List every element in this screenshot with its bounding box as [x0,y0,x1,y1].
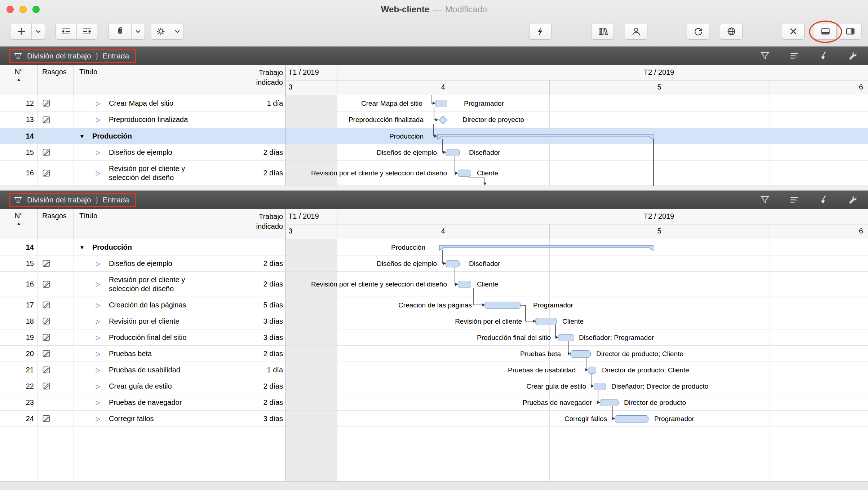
gantt-bar[interactable] [594,383,606,390]
actions-menu-button[interactable] [171,23,183,39]
horizontal-scrollbar-track[interactable] [0,481,868,490]
disclosure-collapsed-icon[interactable]: ▷ [96,302,109,309]
row-notes-cell[interactable] [37,128,74,144]
disclosure-expanded-icon[interactable]: ▼ [79,133,92,139]
disclosure-collapsed-icon[interactable]: ▷ [96,149,109,156]
disclosure-collapsed-icon[interactable]: ▷ [96,415,109,422]
disclosure-expanded-icon[interactable]: ▼ [79,244,92,250]
disclosure-collapsed-icon[interactable]: ▷ [96,116,109,123]
filter-button[interactable] [759,50,771,62]
task-row-16[interactable]: 16▷Revisión por el cliente y selección d… [0,272,868,297]
task-row-19[interactable]: 19▷Producción final del sitio3 díasProdu… [0,329,868,346]
row-title-cell[interactable]: ▷Corregir fallos [74,411,220,426]
row-title-cell[interactable]: ▷Pruebas de navegador [74,394,220,410]
column-header-rasgos[interactable]: Rasgos [37,65,74,95]
column-header-num[interactable]: N° ▲ [0,65,37,95]
gantt-bar[interactable] [615,415,648,423]
gantt-bar[interactable] [535,318,557,325]
inspector-wrench-button[interactable] [846,50,859,62]
pane-splitter[interactable] [0,186,868,191]
task-row-18[interactable]: 18▷Revisión por el cliente3 díasRevisión… [0,313,868,329]
gantt-summary-bar[interactable] [439,245,654,251]
filter-button[interactable] [759,194,771,206]
row-notes-cell[interactable] [37,313,74,329]
sync-button[interactable] [687,23,709,40]
disclosure-collapsed-icon[interactable]: ▷ [96,367,109,373]
attach-menu-button[interactable] [131,23,145,39]
task-row-16[interactable]: 16▷Revisión por el cliente y selección d… [0,161,868,186]
gantt-bar[interactable] [458,281,471,288]
gantt-milestone-diamond[interactable] [439,115,447,124]
resources-button[interactable] [625,23,647,40]
add-task-button[interactable] [11,23,31,39]
disclosure-collapsed-icon[interactable]: ▷ [96,399,109,406]
disclosure-collapsed-icon[interactable]: ▷ [96,383,109,390]
row-notes-cell[interactable] [37,362,74,378]
row-notes-cell[interactable] [37,239,74,255]
gantt-bar[interactable] [570,350,591,358]
row-title-cell[interactable]: ▷Revisión por el cliente [74,313,220,329]
disclosure-collapsed-icon[interactable]: ▷ [96,350,109,357]
gantt-bar[interactable] [446,149,460,156]
library-button[interactable] [591,23,614,40]
row-notes-cell[interactable] [37,95,74,111]
row-notes-cell[interactable] [37,111,74,128]
gantt-bar[interactable] [435,100,447,107]
view-switcher[interactable]: División del trabajo [27,196,91,204]
row-title-cell[interactable]: ▷Creación de las páginas [74,297,220,313]
gantt-summary-bar[interactable] [437,134,654,140]
row-notes-cell[interactable] [37,272,74,297]
disclosure-collapsed-icon[interactable]: ▷ [96,260,109,267]
right-sidebar-button[interactable] [839,23,862,40]
task-row-17[interactable]: 17▷Creación de las páginas5 díasCreación… [0,297,868,313]
gantt-bar[interactable] [588,367,596,374]
inspector-wrench-button[interactable] [846,194,859,206]
gantt-bar[interactable] [600,399,619,406]
task-row-23[interactable]: 23▷Pruebas de navegador2 díasPruebas de … [0,394,868,411]
task-row-14[interactable]: 14▼ProducciónProducción [0,128,868,144]
disclosure-collapsed-icon[interactable]: ▷ [96,100,109,107]
row-notes-cell[interactable] [37,144,74,160]
task-row-22[interactable]: 22▷Crear guía de estilo2 díasCrear guía … [0,378,868,394]
network-button[interactable] [720,23,743,40]
catch-up-button[interactable] [529,23,552,40]
task-row-12[interactable]: 12▷Crear Mapa del sitio1 díaCrear Mapa d… [0,95,868,111]
column-header-titulo[interactable]: Título [74,209,220,239]
row-notes-cell[interactable] [37,297,74,313]
column-header-num[interactable]: N° ▲ [0,209,37,239]
outline-options-button[interactable] [788,50,800,62]
column-header-trabajo[interactable]: Trabajo indicado [220,65,285,95]
row-notes-cell[interactable] [37,161,74,185]
disclosure-collapsed-icon[interactable]: ▷ [96,334,109,341]
task-row-13[interactable]: 13▷Preproducción finalizadaPreproducción… [0,111,868,128]
row-title-cell[interactable]: ▷Crear Mapa del sitio [74,95,220,111]
row-notes-cell[interactable] [37,346,74,362]
indent-button[interactable] [56,23,76,39]
task-row-15[interactable]: 15▷Diseños de ejemplo2 díasDiseños de ej… [0,144,868,161]
column-header-rasgos[interactable]: Rasgos [37,209,74,239]
gantt-bar[interactable] [458,170,471,177]
disclosure-collapsed-icon[interactable]: ▷ [96,318,109,325]
add-task-menu-button[interactable] [31,23,45,39]
row-title-cell[interactable]: ▷Crear guía de estilo [74,378,220,394]
row-notes-cell[interactable] [37,411,74,426]
row-title-cell[interactable]: ▷Revisión por el cliente y selección del… [74,161,220,185]
tools-button[interactable] [782,23,805,40]
view-switcher[interactable]: División del trabajo [27,52,91,60]
actions-button[interactable] [151,23,171,39]
breadcrumb-item[interactable]: Entrada [103,196,129,204]
task-row-21[interactable]: 21▷Pruebas de usabilidad1 díaPruebas de … [0,362,868,378]
row-title-cell[interactable]: ▷Preproducción finalizada [74,111,220,128]
column-header-trabajo[interactable]: Trabajo indicado [220,209,285,239]
disclosure-collapsed-icon[interactable]: ▷ [96,170,109,176]
gantt-bar[interactable] [446,260,460,267]
row-notes-cell[interactable] [37,255,74,271]
view-options-button[interactable] [814,23,837,40]
row-notes-cell[interactable] [37,329,74,345]
row-notes-cell[interactable] [37,394,74,410]
style-brush-button[interactable] [817,50,829,62]
outline-options-button[interactable] [788,194,800,206]
row-title-cell[interactable]: ▷Diseños de ejemplo [74,144,220,160]
outdent-button[interactable] [76,23,97,39]
task-row-14[interactable]: 14▼ProducciónProducción [0,239,868,255]
